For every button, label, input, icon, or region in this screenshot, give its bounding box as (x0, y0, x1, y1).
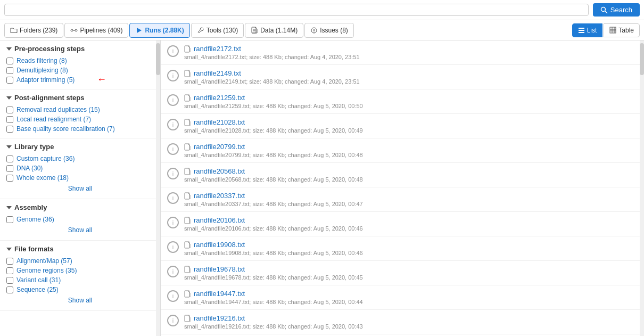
file-name-link[interactable]: randfile21259.txt (184, 94, 363, 102)
file-status-icon: i (167, 315, 179, 326)
label-sequence[interactable]: Sequence (25) (16, 286, 59, 293)
checkbox-reads-filtering[interactable] (6, 58, 13, 64)
checkbox-local-read-realign[interactable] (6, 116, 13, 123)
file-name-link[interactable]: randfile20106.txt (184, 216, 363, 224)
file-name-link[interactable]: randfile19216.txt (184, 314, 363, 322)
triangle-icon (6, 47, 12, 51)
label-dna[interactable]: DNA (30) (16, 165, 43, 172)
content-area: i randfile2172.txt small_4/randfile2172.… (161, 40, 640, 336)
show-all-assembly[interactable]: Show all (6, 224, 154, 236)
checkbox-variant-call[interactable] (6, 277, 13, 284)
file-status-icon: i (167, 168, 179, 179)
nav-issues-button[interactable]: Issues (8) (304, 23, 354, 38)
search-input[interactable] (9, 6, 584, 14)
search-icon (600, 6, 608, 14)
content-scrollbar (640, 40, 644, 336)
file-name-link[interactable]: randfile2149.txt (184, 69, 360, 77)
file-name-link[interactable]: randfile19447.txt (184, 290, 363, 298)
section-header-assembly[interactable]: Assembly (6, 203, 154, 211)
file-info: randfile20106.txt small_4/randfile20106.… (184, 216, 363, 232)
search-button[interactable]: Search (593, 3, 640, 17)
filter-genome-regions: Genome regions (35) (6, 266, 154, 275)
checkbox-adaptor-trimming[interactable] (6, 77, 13, 84)
doc-icon (184, 290, 191, 298)
list-view-button[interactable]: List (572, 23, 603, 37)
top-bar: Search (0, 0, 644, 20)
file-item: i randfile2172.txt small_4/randfile2172.… (161, 40, 640, 65)
label-removal-read-dup[interactable]: Removal read duplicates (15) (16, 106, 100, 113)
section-header-file-formats[interactable]: File formats (6, 245, 154, 253)
svg-line-1 (605, 11, 607, 13)
file-info: randfile19908.txt small_4/randfile19908.… (184, 241, 363, 256)
file-name-link[interactable]: randfile20799.txt (184, 143, 363, 151)
nav-bar: Folders (239) Pipelines (409) Runs (2.88… (0, 20, 644, 40)
tools-label: Tools (130) (207, 27, 238, 34)
label-adaptor-trimming[interactable]: Adaptor trimming (5) (16, 76, 75, 84)
checkbox-whole-exome[interactable] (6, 175, 13, 182)
checkbox-sequence[interactable] (6, 286, 13, 293)
doc-icon (184, 143, 191, 151)
label-reads-filtering[interactable]: Reads filtering (8) (16, 57, 67, 64)
section-title-file-formats: File formats (14, 245, 54, 253)
file-info: randfile2149.txt small_4/randfile2149.tx… (184, 69, 360, 85)
nav-data-button[interactable]: Data (1.14M) (245, 23, 303, 38)
section-assembly: Assembly Genome (36) Show all (0, 199, 160, 241)
triangle-icon-post (6, 96, 12, 100)
section-title-assembly: Assembly (14, 203, 47, 211)
file-name-link[interactable]: randfile19678.txt (184, 265, 363, 273)
nav-pipelines-button[interactable]: Pipelines (409) (64, 23, 128, 38)
label-variant-call[interactable]: Variant call (31) (16, 276, 61, 284)
label-genome-regions[interactable]: Genome regions (35) (16, 267, 77, 274)
file-name-link[interactable]: randfile20568.txt (184, 167, 363, 175)
show-all-file-formats[interactable]: Show all (6, 294, 154, 306)
checkbox-dna[interactable] (6, 165, 13, 172)
file-name-text: randfile19678.txt (194, 265, 245, 273)
file-name-link[interactable]: randfile20337.txt (184, 192, 363, 200)
file-status-icon: i (167, 241, 179, 253)
search-label: Search (610, 6, 632, 14)
section-header-pre-processing[interactable]: Pre-processing steps (6, 45, 154, 53)
checkbox-alignment-map[interactable] (6, 258, 13, 265)
file-name-link[interactable]: randfile2172.txt (184, 45, 360, 53)
section-post-alignment: Post-alignment steps Removal read duplic… (0, 89, 160, 138)
label-whole-exome[interactable]: Whole exome (18) (16, 174, 69, 182)
section-header-library-type[interactable]: Library type (6, 143, 154, 151)
checkbox-demultiplexing[interactable] (6, 67, 13, 74)
file-name-link[interactable]: randfile19908.txt (184, 241, 363, 249)
file-list: i randfile2172.txt small_4/randfile2172.… (161, 40, 640, 334)
label-local-read-realign[interactable]: Local read realignment (7) (16, 116, 91, 123)
file-name-text: randfile21259.txt (194, 94, 245, 102)
doc-icon (184, 94, 191, 102)
label-base-quality[interactable]: Base quality score recalibration (7) (16, 125, 115, 133)
checkbox-genome-regions[interactable] (6, 267, 13, 274)
show-all-library[interactable]: Show all (6, 183, 154, 194)
checkbox-custom-capture[interactable] (6, 155, 13, 162)
nav-runs-button[interactable]: Runs (2.88K) (129, 23, 189, 38)
doc-icon (184, 241, 191, 249)
label-custom-capture[interactable]: Custom capture (36) (16, 155, 75, 162)
filter-removal-read-dup: Removal read duplicates (15) (6, 105, 154, 114)
filter-dna: DNA (30) (6, 163, 154, 173)
file-name-link[interactable]: randfile21028.txt (184, 118, 363, 126)
file-name-text: randfile21028.txt (194, 118, 245, 126)
search-input-wrap[interactable] (4, 4, 589, 16)
file-status-icon: i (167, 94, 179, 106)
nav-folders-button[interactable]: Folders (239) (4, 23, 63, 38)
checkbox-removal-read-dup[interactable] (6, 106, 13, 113)
svg-point-0 (601, 7, 605, 11)
triangle-icon-assembly (6, 206, 12, 209)
checkbox-base-quality[interactable] (6, 126, 13, 133)
file-meta: small_4/randfile19908.txt; size: 488 Kb;… (184, 250, 363, 256)
section-header-post-alignment[interactable]: Post-alignment steps (6, 94, 154, 102)
checkbox-genome[interactable] (6, 216, 13, 223)
label-genome[interactable]: Genome (36) (16, 216, 54, 223)
table-view-button[interactable]: Table (604, 23, 640, 37)
file-status-icon: i (167, 45, 179, 57)
label-alignment-map[interactable]: Alignment/Map (57) (16, 257, 72, 265)
file-name-text: randfile20337.txt (194, 192, 245, 200)
file-item: i randfile19447.txt small_4/randfile1944… (161, 285, 640, 310)
label-demultiplexing[interactable]: Demultiplexing (8) (16, 67, 68, 74)
doc-icon (184, 168, 191, 175)
filter-demultiplexing: Demultiplexing (8) (6, 65, 154, 75)
nav-tools-button[interactable]: Tools (130) (191, 23, 244, 38)
